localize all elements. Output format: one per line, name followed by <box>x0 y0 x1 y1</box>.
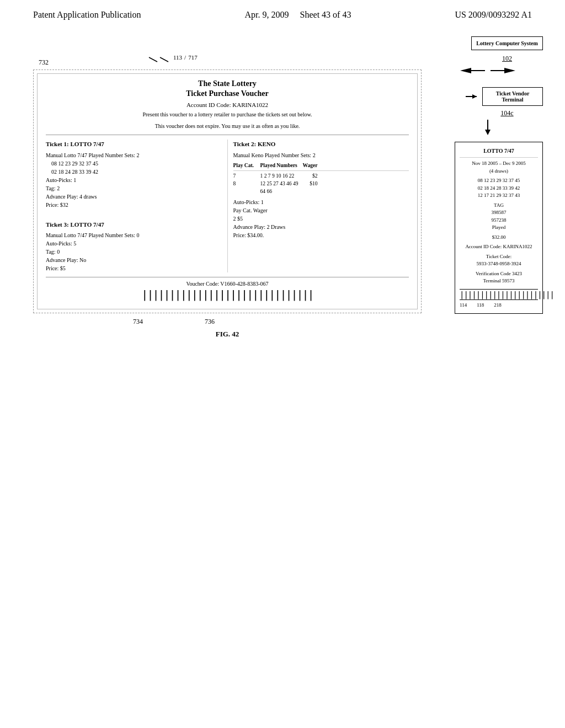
tvt-box: Ticket Vendor Terminal <box>482 87 543 106</box>
spacer8 <box>460 285 538 287</box>
voucher-container: The State Lottery Ticket Purchase Vouche… <box>33 69 422 313</box>
ticket2-paycat-val: 2 $5 <box>233 215 409 223</box>
header-date-sheet: Apr. 9, 2009 Sheet 43 of 43 <box>245 10 351 20</box>
svg-marker-4 <box>504 68 515 73</box>
ticket2-advance: Advance Play: 2 Draws <box>233 223 409 231</box>
lotto-played: Played <box>460 224 538 232</box>
ticket2-autopicks: Auto-Picks: 1 <box>233 198 409 206</box>
down-arrow-svg <box>452 120 524 136</box>
voucher-title: The State Lottery <box>46 79 409 88</box>
ticket1-line4: Auto-Picks: 1 <box>46 176 222 184</box>
ticket-col-left: Ticket 1: LOTTO 7/47 Manual Lotto 7/47 P… <box>46 140 228 272</box>
keno-table-header: Play Cat. Played Numbers Wager <box>233 162 409 171</box>
svg-marker-9 <box>485 130 491 135</box>
label-717: 717 <box>188 54 198 61</box>
right-col-inner: Lottery Computer System 102 <box>433 36 543 314</box>
ticket2-title: Ticket 2: KENO <box>233 140 409 149</box>
label-118: 118 <box>477 302 484 309</box>
lotto-ticket-box: LOTTO 7/47 Nov 18 2005 – Dec 9 2005 (4 d… <box>455 142 543 314</box>
header-patent: US 2009/0093292 A1 <box>455 10 532 20</box>
tvt-arrow-svg <box>466 91 482 102</box>
keno-col-wager: Wager <box>301 162 318 169</box>
ticket1-title: Ticket 1: LOTTO 7/47 <box>46 140 222 149</box>
label-736: 736 <box>205 318 215 326</box>
lotto-verify-label: Verification Code 3423 <box>460 270 538 278</box>
right-column-wrapper: Lottery Computer System 102 <box>433 36 543 339</box>
tvt-row: Ticket Vendor Terminal <box>466 87 543 106</box>
ticket1-line7: Price: $32 <box>46 201 222 209</box>
keno-row1-played: 1 2 7 9 10 16 22 <box>260 172 299 180</box>
header-publication: Patent Application Publication <box>33 10 141 20</box>
main-content: 732 113 / 717 The State Lottery Ticket P… <box>0 25 565 350</box>
lotto-ticket-code: 5933-3748-0958-3924 <box>460 260 538 268</box>
arrow-113-717: 113 / 717 <box>143 52 198 63</box>
lotto-price: $32.00 <box>460 234 538 242</box>
ticket3-line2: Auto-Picks: 5 <box>46 239 222 248</box>
ticket1-line2: 08 12 23 29 32 37 45 <box>46 159 222 168</box>
tickets-section: Ticket 1: LOTTO 7/47 Manual Lotto 7/47 P… <box>46 140 409 272</box>
keno-row1-wager: $2 <box>301 172 318 180</box>
ticket3-title: Ticket 3: LOTTO 7/47 <box>46 220 222 229</box>
svg-line-1 <box>160 57 168 62</box>
voucher-subtitle: Ticket Purchase Voucher <box>46 89 409 98</box>
ticket3-line5: Price: $5 <box>46 264 222 272</box>
header-sheet: Sheet 43 of 43 <box>300 10 351 19</box>
keno-table: Play Cat. Played Numbers Wager 7 1 2 7 9… <box>233 162 409 196</box>
lotto-tag1: 398587 <box>460 209 538 217</box>
ticket-labels: 114 118 218 <box>460 301 538 309</box>
lcs-number: 102 <box>471 55 543 63</box>
keno-row1: 7 1 2 7 9 10 16 22 $2 <box>233 172 409 180</box>
lotto-numbers2: 02 18 24 28 33 39 42 <box>460 185 538 192</box>
fig-caption: FIG. 42 <box>33 330 422 339</box>
lotto-ticket-code-label: Ticket Code: <box>460 253 538 261</box>
keno-row2-wager: $10 <box>301 180 318 196</box>
voucher-note2: This voucher does not expire. You may us… <box>46 123 409 129</box>
ticket1-line1: Manual Lotto 7/47 Played Number Sets: 2 <box>46 151 222 159</box>
ticket1-line3: 02 18 24 28 33 39 42 <box>46 168 222 176</box>
label-114: 114 <box>460 302 467 309</box>
svg-line-0 <box>149 57 157 62</box>
ticket-col-right: Ticket 2: KENO Manual Keno Played Number… <box>228 140 409 272</box>
lcs-title: Lottery Computer System <box>476 40 538 46</box>
voucher-account: Account ID Code: KARINA1022 <box>46 101 409 108</box>
tvt-number: 104c <box>471 109 543 117</box>
page-header: Patent Application Publication Apr. 9, 2… <box>0 0 565 25</box>
tvt-title: Ticket Vendor Terminal <box>487 90 538 103</box>
keno-row2-played: 12 25 27 43 46 49 64 66 <box>260 180 299 196</box>
voucher-inner: The State Lottery Ticket Purchase Vouche… <box>37 73 418 309</box>
header-date: Apr. 9, 2009 <box>245 10 289 19</box>
spacer1 <box>46 209 222 220</box>
ticket2-line1: Manual Keno Played Number Sets: 2 <box>233 151 409 159</box>
ticket3-line3: Tag: 0 <box>46 248 222 256</box>
lotto-account: Account ID Code: KARINA1022 <box>460 243 538 251</box>
svg-marker-2 <box>460 68 471 73</box>
lotto-ticket-title: LOTTO 7/47 <box>460 147 538 158</box>
lotto-numbers3: 12 17 21 29 32 37 43 <box>460 192 538 200</box>
keno-row1-cat: 7 <box>233 172 258 180</box>
svg-marker-7 <box>472 94 477 99</box>
voucher-note1: Present this voucher to a lottery retail… <box>46 111 409 117</box>
lotto-tag: TAG <box>460 202 538 210</box>
ticket2-paycat: Pay Cat. Wager <box>233 206 409 215</box>
lotto-terminal: Terminal 59573 <box>460 277 538 285</box>
ticket3-line4: Advance Play: No <box>46 256 222 264</box>
keno-row2: 8 12 25 27 43 46 49 64 66 $10 <box>233 180 409 196</box>
ticket2-price: Price: $34.00. <box>233 231 409 239</box>
lotto-numbers1: 08 12 23 29 32 37 45 <box>460 177 538 185</box>
voucher-footer: Voucher Code: V1660-428-8383-067 |||||||… <box>46 277 409 303</box>
lotto-tag2: 957238 <box>460 217 538 224</box>
lotto-dates: Nov 18 2005 – Dec 9 2005 <box>460 160 538 168</box>
keno-col-played: Played Numbers <box>260 162 299 169</box>
double-arrows-svg <box>455 65 521 87</box>
footer-voucher-code: Voucher Code: V1660-428-8383-067 <box>46 281 409 287</box>
label-113: 113 <box>173 54 182 61</box>
ticket1-line5: Tag: 2 <box>46 184 222 192</box>
ticket3-line1: Manual Lotto 7/47 Played Number Sets: 0 <box>46 231 222 239</box>
voucher-divider-top <box>46 135 409 135</box>
left-diagram: 732 113 / 717 The State Lottery Ticket P… <box>33 36 422 339</box>
label-734: 734 <box>133 318 143 326</box>
keno-col-playcat: Play Cat. <box>233 162 258 169</box>
footer-barcode: ||||||||||||||||||||||||||||||| <box>46 289 409 300</box>
lotto-barcode: ||||||||||||||||||||||| <box>460 289 538 300</box>
keno-row2-cat: 8 <box>233 180 258 196</box>
